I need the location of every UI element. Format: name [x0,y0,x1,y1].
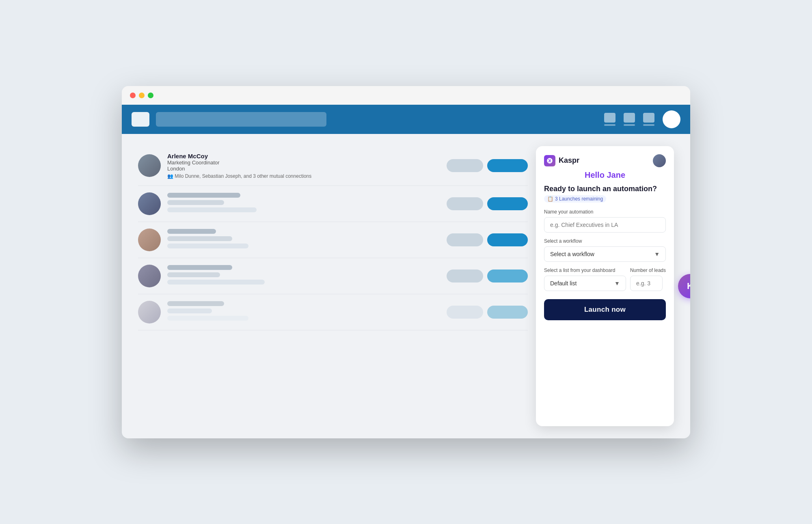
avatar [138,229,161,251]
kaspr-logo-area: Kaspr [544,155,579,166]
nav-apps-button[interactable] [643,113,654,126]
name-field-label: Name your automation [544,209,666,215]
app-logo[interactable] [132,112,149,127]
skeleton-name [167,265,232,270]
nav-grid-button[interactable] [604,113,615,126]
profile-name: Arlene McCoy [167,153,440,160]
title-bar [122,86,690,105]
profile-actions [447,270,528,282]
kaspr-brand-name: Kaspr [559,156,579,165]
browser-window: Arlene McCoy Marketing Coordinator Londo… [122,86,690,438]
automation-name-input[interactable] [544,217,666,233]
launches-icon: 📋 [547,196,553,202]
profile-actions [447,159,528,172]
workflow-field-label: Select a workflow [544,238,666,244]
kaspr-logo-icon [544,155,555,166]
grid-icon-label [604,124,615,126]
skeleton-mutual [167,316,248,321]
secondary-action-button[interactable] [447,233,483,246]
skeleton-name [167,229,216,234]
connect-button[interactable] [487,197,528,210]
launches-count: 3 Launches remaining [555,196,603,202]
apps-icon-label [643,124,654,126]
connect-button[interactable] [487,233,528,246]
list-column: Select a list from your dashboard Defaul… [544,267,626,291]
user-avatar[interactable] [663,110,680,128]
chevron-down-icon: ▼ [614,280,620,287]
skeleton-title [167,200,224,205]
list-leads-row: Select a list from your dashboard Defaul… [544,267,666,291]
profile-location: London [167,166,440,172]
workflow-select-value: Select a workflow [550,251,594,257]
app-header [122,105,690,134]
profile-info [167,193,440,215]
kaspr-fab-icon: K [687,281,690,291]
connect-button[interactable] [487,270,528,282]
profile-title: Marketing Coordinator [167,160,440,166]
profile-info [167,265,440,287]
chevron-down-icon: ▼ [654,251,660,257]
list-item [138,294,528,330]
header-nav-icons [604,110,680,128]
launch-now-button[interactable]: Launch now [544,299,666,320]
menu-icon [624,113,635,123]
kaspr-header: Kaspr [544,154,666,167]
secondary-action-button[interactable] [447,197,483,210]
skeleton-mutual [167,244,248,248]
skeleton-title [167,308,212,313]
secondary-action-button[interactable] [447,306,483,319]
menu-icon-label [624,124,635,126]
avatar [138,301,161,323]
linkedin-panel: Arlene McCoy Marketing Coordinator Londo… [138,146,536,426]
launches-badge: 📋 3 Launches remaining [544,195,606,203]
list-item: Arlene McCoy Marketing Coordinator Londo… [138,146,528,186]
kaspr-fab-button[interactable]: K [678,274,690,298]
skeleton-title [167,272,220,277]
apps-icon [643,113,654,123]
leads-number-input[interactable] [630,276,663,291]
profile-actions [447,233,528,246]
list-item [138,186,528,222]
kaspr-ready-title: Ready to launch an automation? [544,185,666,193]
people-icon: 👥 [167,173,175,179]
minimize-button[interactable] [139,93,145,98]
list-field-label: Select a list from your dashboard [544,267,626,273]
kaspr-greeting: Hello Jane [544,170,666,180]
profile-info: Arlene McCoy Marketing Coordinator Londo… [167,153,440,179]
skeleton-name [167,193,240,198]
kaspr-user-avatar[interactable] [653,154,666,167]
close-button[interactable] [130,93,136,98]
list-select-value: Default list [550,280,577,287]
list-select[interactable]: Default list ▼ [544,276,626,291]
header-search-bar[interactable] [156,112,326,127]
profile-actions [447,197,528,210]
secondary-action-button[interactable] [447,159,483,172]
mutual-connections: 👥 Milo Dunne, Sebastian Joseph, and 3 ot… [167,173,440,179]
grid-icon [604,113,615,123]
workflow-select[interactable]: Select a workflow ▼ [544,246,666,262]
list-item [138,222,528,258]
skeleton-name [167,301,224,306]
leads-field-label: Number of leads [630,267,666,273]
nav-menu-button[interactable] [624,113,635,126]
avatar [138,265,161,287]
kaspr-panel: Kaspr Hello Jane Ready to launch an auto… [536,146,674,426]
skeleton-title [167,236,232,241]
avatar [138,192,161,215]
avatar [138,154,161,177]
leads-column: Number of leads [630,267,666,291]
connect-button[interactable] [487,159,528,172]
secondary-action-button[interactable] [447,270,483,282]
connect-button[interactable] [487,306,528,319]
list-item [138,258,528,294]
profile-info [167,301,440,323]
main-content: Arlene McCoy Marketing Coordinator Londo… [122,134,690,438]
maximize-button[interactable] [148,93,153,98]
skeleton-mutual [167,207,257,212]
profile-actions [447,306,528,319]
skeleton-mutual [167,280,265,285]
profile-info [167,229,440,251]
